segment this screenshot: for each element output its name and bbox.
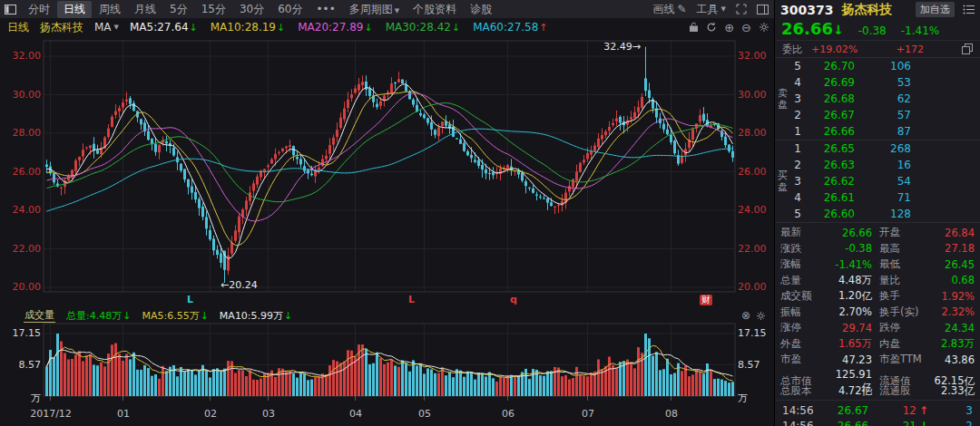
volume-stat-text: MA10:5.99万 [220, 309, 283, 323]
stat-value: 26.66 [828, 227, 872, 239]
lock-icon[interactable] [689, 22, 699, 33]
vol-trend-arrow-icon: ↓ [201, 310, 209, 322]
tab-个股资料[interactable]: 个股资料 [407, 1, 463, 18]
kline-volume-chart[interactable] [0, 36, 774, 426]
gear-icon[interactable] [759, 22, 769, 33]
tab-15分[interactable]: 15分 [195, 1, 232, 18]
price-axis-label: 30.00 [738, 89, 767, 101]
stat-value: -1.41% [828, 258, 872, 271]
vol-trend-arrow-icon: ↓ [284, 310, 292, 322]
stat-label: 外盘 [780, 337, 828, 351]
level-volume: 268 [855, 142, 911, 155]
ma-value-text: MA20:27.89 [298, 21, 363, 34]
close-icon[interactable]: ⊗ [741, 310, 750, 321]
chevron-down-icon: ▼ [721, 5, 726, 13]
tick-price: 26.67 [824, 404, 882, 417]
volume-stat: MA10:5.99万↓ [220, 309, 292, 323]
tab-多周期图[interactable]: 多周期图▼ [343, 1, 406, 18]
ma-value: MA20:27.89↓ [298, 21, 372, 34]
volume-axis-label: 17.15 [2, 327, 41, 339]
level-price: 26.62 [806, 175, 855, 188]
tab-30分[interactable]: 30分 [233, 1, 270, 18]
stat-label: 涨幅 [780, 257, 828, 271]
stat-row-涨幅: 涨幅-1.41%最低26.45 [780, 257, 975, 273]
ma-value: MA60:27.58↑ [473, 21, 547, 34]
tools-button[interactable]: 工具 ▼ [697, 2, 726, 17]
tab-日线[interactable]: 日线 [57, 1, 92, 18]
ma-value-text: MA5:27.64 [130, 21, 189, 34]
level-volume: 106 [855, 60, 911, 73]
stat-value: 26.84 [930, 227, 975, 239]
stat-value: 1.65万 [828, 337, 872, 351]
event-marker[interactable]: L [408, 294, 415, 305]
volume-tab[interactable]: 成交量 [24, 309, 55, 323]
level-number: 1 [789, 142, 806, 155]
split-panel-icon[interactable] [757, 5, 769, 15]
event-marker-badge[interactable]: 财 [700, 295, 712, 305]
event-marker[interactable]: L [187, 294, 193, 305]
level-volume: 71 [855, 191, 911, 204]
tab-•••[interactable]: ••• [309, 2, 341, 16]
stat-label: 跌停 [872, 321, 930, 334]
level-price: 26.63 [806, 159, 855, 171]
stat-label: 换手(实) [872, 305, 930, 319]
ask-row-2[interactable]: 226.6757 [775, 107, 980, 123]
volume-axis-label: 8.57 [2, 359, 41, 371]
bid-row-4[interactable]: 426.6171 [775, 189, 980, 206]
zoom-out-icon[interactable]: ⊖ [741, 22, 751, 34]
volume-unit-label: 万 [738, 392, 748, 404]
ask-row-4[interactable]: 426.6953 [775, 74, 980, 91]
volume-stat-text: MA5:6.55万 [142, 309, 199, 323]
level-number: 4 [789, 76, 806, 89]
ask-row-3[interactable]: 326.6862 [775, 91, 980, 107]
level-number: 5 [789, 208, 806, 220]
tab-5分[interactable]: 5分 [163, 1, 194, 18]
tab-月线[interactable]: 月线 [128, 1, 162, 18]
stat-label: 换手 [872, 289, 930, 303]
tab-60分[interactable]: 60分 [271, 1, 309, 18]
tick-price: 26.66 [824, 420, 882, 426]
tools-label: 工具 [697, 2, 719, 17]
tab-诊股[interactable]: 诊股 [464, 1, 498, 18]
tab-周线[interactable]: 周线 [93, 1, 127, 18]
pencil-icon: ✎ [678, 3, 687, 15]
date-axis-label: 07 [561, 408, 615, 420]
stock-app-window: 分时日线周线月线5分15分30分60分•••多周期图▼个股资料诊股 画线 ✎ 工… [0, 0, 980, 426]
bid-row-2[interactable]: 226.6316 [775, 157, 980, 173]
date-axis-label: 05 [397, 408, 452, 420]
ask-row-1[interactable]: 126.6687 [775, 123, 980, 140]
level-price: 26.61 [806, 191, 855, 204]
chart-region[interactable]: 32.0032.0030.0030.0028.0028.0026.0026.00… [0, 36, 774, 426]
volume-pane-header: 成交量 总量:4.48万↓MA5:6.55万↓MA10:5.99万↓ ⊗ [0, 308, 773, 324]
tick-time: 14:56 [782, 404, 824, 417]
event-marker[interactable]: q [510, 294, 517, 305]
stat-label: 振幅 [780, 305, 828, 319]
add-watchlist-button[interactable]: 加自选 [916, 2, 955, 17]
bid-row-1[interactable]: 126.65268 [775, 140, 980, 157]
period-toolbar: 分时日线周线月线5分15分30分60分•••多周期图▼个股资料诊股 画线 ✎ 工… [0, 0, 774, 18]
ma-value-text: MA60:27.58 [473, 21, 538, 34]
tab-分时[interactable]: 分时 [22, 1, 56, 18]
fullscreen-icon[interactable] [736, 4, 747, 15]
level-price: 26.65 [806, 142, 855, 155]
gear-icon[interactable] [756, 311, 766, 321]
level-volume: 62 [855, 92, 911, 105]
stat-label: 流通股 [872, 384, 930, 398]
level-number: 3 [789, 92, 806, 105]
zoom-in-icon[interactable]: ⊕ [724, 22, 734, 34]
tick-direction-arrow-icon: ↓ [916, 420, 931, 426]
watchlist-icon[interactable] [963, 5, 975, 15]
bid-row-5[interactable]: 526.60128 [775, 206, 980, 222]
bid-row-3[interactable]: 326.6254 [775, 173, 980, 189]
level-price: 26.68 [806, 92, 855, 105]
copy-icon[interactable] [962, 44, 973, 54]
stat-value: 4.48万 [828, 274, 872, 287]
tick-row: 14:5626.6712↑3 [782, 403, 973, 419]
draw-line-button[interactable]: 画线 ✎ [653, 2, 687, 17]
refresh-icon[interactable] [706, 22, 717, 33]
layout-icon[interactable] [5, 5, 16, 15]
ma-trend-arrow-icon: ↓ [190, 22, 198, 34]
ask-row-5[interactable]: 526.70106 [775, 58, 980, 74]
ma-dropdown[interactable]: MA ▼ [94, 21, 119, 34]
stat-row-涨跌: 涨跌-0.38最高27.18 [780, 241, 975, 257]
